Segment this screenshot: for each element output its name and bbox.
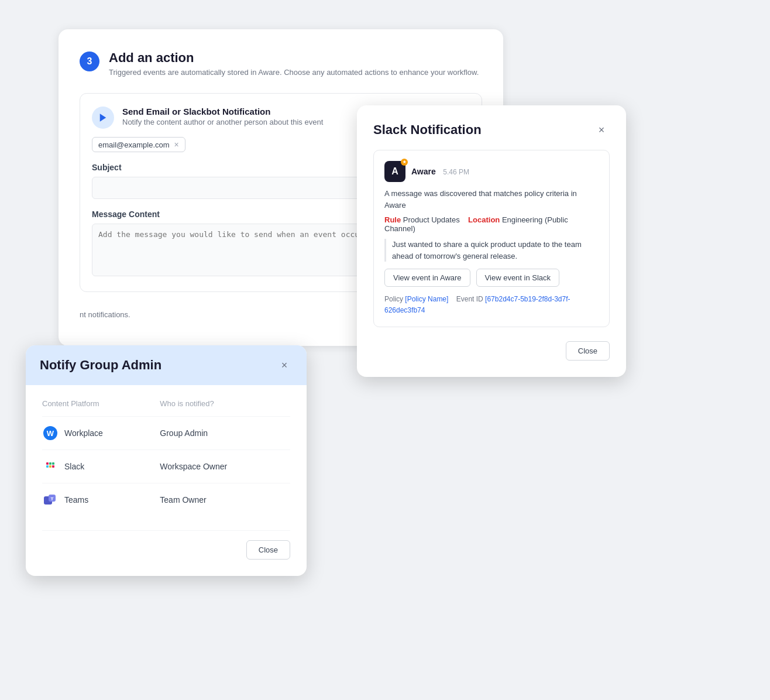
notify-platform-slack: Slack (42, 450, 160, 483)
workplace-platform-name: Workplace (64, 428, 103, 438)
svg-rect-7 (52, 462, 54, 465)
slack-card-header: Slack Notification × (373, 122, 610, 138)
slack-message-box: A ★ Aware 5.46 PM A message was discover… (373, 150, 610, 327)
slack-quote: Just wanted to share a quick product upd… (384, 239, 599, 262)
svg-rect-3 (46, 462, 49, 465)
location-label: Location (468, 215, 500, 224)
notify-notified-workplace: Group Admin (160, 417, 290, 450)
slack-message-header: A ★ Aware 5.46 PM (384, 161, 599, 182)
svg-text:T: T (51, 496, 54, 502)
aware-avatar-star: ★ (401, 159, 408, 166)
main-card-title: Add an action (109, 50, 479, 66)
svg-rect-6 (49, 465, 51, 468)
slack-message-description: A message was discovered that matches po… (384, 188, 599, 211)
view-event-slack-button[interactable]: View event in Slack (476, 269, 560, 287)
notify-close-button[interactable]: Close (246, 540, 290, 560)
notify-card-close-button[interactable]: × (276, 357, 293, 373)
svg-rect-5 (49, 462, 51, 465)
notify-table-body: W Workplace Group Admin (42, 417, 290, 517)
slack-footer: Policy [Policy Name] Event ID [67b2d4c7-… (384, 294, 599, 316)
col-notified: Who is notified? (160, 399, 290, 417)
slack-time: 5.46 PM (443, 168, 469, 176)
notification-info: nt notifications. (80, 310, 130, 319)
main-card-subtitle: Triggered events are automatically store… (109, 68, 479, 77)
notify-notified-slack: Workspace Owner (160, 450, 290, 483)
notify-card-title: Notify Group Admin (40, 358, 161, 373)
email-tag-value: email@example.com (98, 140, 170, 149)
notify-platform-workplace: W Workplace (42, 417, 160, 450)
notify-group-admin-card: Notify Group Admin × Content Platform Wh… (26, 345, 307, 576)
svg-rect-4 (46, 465, 49, 468)
policy-name: [Policy Name] (405, 295, 448, 303)
slack-card-title: Slack Notification (373, 122, 482, 138)
notify-footer: Close (42, 530, 290, 560)
svg-text:W: W (47, 429, 54, 438)
workplace-icon: W (42, 425, 59, 441)
slack-card-footer: Close (373, 341, 610, 361)
col-platform: Content Platform (42, 399, 160, 417)
svg-marker-0 (100, 114, 106, 122)
rule-value-text: Product Updates (403, 215, 460, 224)
main-card-title-group: Add an action Triggered events are autom… (109, 50, 479, 77)
main-card-header: 3 Add an action Triggered events are aut… (80, 50, 482, 77)
slack-card-close-button[interactable]: × (593, 122, 610, 138)
view-event-aware-button[interactable]: View event in Aware (384, 269, 470, 287)
notify-row-workplace: W Workplace Group Admin (42, 417, 290, 450)
event-id-label: Event ID (456, 295, 483, 303)
email-tag-close[interactable]: × (174, 140, 179, 149)
slack-sender-group: Aware 5.46 PM (411, 166, 469, 177)
notify-row-teams: T Teams Team Owner (42, 483, 290, 517)
step-badge: 3 (80, 52, 99, 71)
slack-sender: Aware (411, 167, 436, 176)
notify-table: Content Platform Who is notified? W (42, 399, 290, 516)
teams-platform-name: Teams (64, 495, 88, 505)
slack-action-buttons: View event in Aware View event in Slack (384, 269, 599, 287)
svg-rect-8 (52, 465, 54, 468)
notify-card-header: Notify Group Admin × (26, 345, 307, 385)
aware-avatar: A ★ (384, 161, 405, 182)
notify-notified-teams: Team Owner (160, 483, 290, 517)
email-tag: email@example.com × (92, 137, 185, 152)
slack-icon (42, 458, 59, 475)
notify-platform-teams: T Teams (42, 483, 160, 517)
action-icon (92, 107, 114, 129)
slack-meta: Rule Product Updates Location Engineerin… (384, 215, 599, 233)
policy-static-label: Policy (384, 295, 403, 303)
teams-icon: T (42, 492, 59, 508)
slack-close-button[interactable]: Close (566, 341, 610, 361)
rule-label: Rule (384, 215, 401, 224)
notify-table-header: Content Platform Who is notified? (42, 399, 290, 417)
slack-notification-card: Slack Notification × A ★ Aware 5.46 PM A… (357, 105, 626, 377)
slack-platform-name: Slack (64, 462, 84, 471)
notify-row-slack: Slack Workspace Owner (42, 450, 290, 483)
